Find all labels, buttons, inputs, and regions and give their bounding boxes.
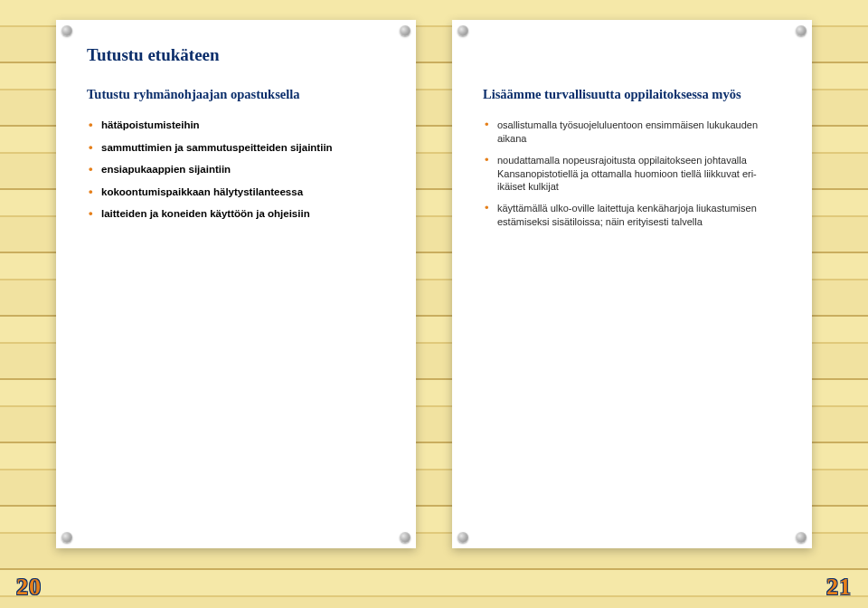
bullet-list: hätäpoistumisteihin sammuttimien ja samm… <box>87 119 385 222</box>
list-item: käyttämällä ulko-oville laitettuja kenkä… <box>485 202 781 229</box>
page-spread: Tutustu etukäteen Tutustu ryhmänohjaajan… <box>0 0 868 568</box>
page-number-right: 21 <box>826 574 852 601</box>
bullet-list: osallistumalla työsuojeluluentoon ensimm… <box>483 119 781 229</box>
list-item: osallistumalla työsuojeluluentoon ensimm… <box>485 119 781 146</box>
list-item: noudattamalla nopeusrajoitusta oppilaito… <box>485 154 781 195</box>
left-page: Tutustu etukäteen Tutustu ryhmänohjaajan… <box>56 20 416 548</box>
screw-icon <box>400 532 410 543</box>
screw-icon <box>400 25 410 36</box>
screw-icon <box>796 532 807 543</box>
page-title: Tutustu etukäteen <box>87 45 385 65</box>
screw-icon <box>458 532 468 543</box>
page-number-left: 20 <box>16 574 42 601</box>
right-page: Lisäämme turvallisuutta oppilaitoksessa … <box>452 20 812 548</box>
list-item: ensiapukaappien sijaintiin <box>89 163 385 177</box>
page-subtitle: Lisäämme turvallisuutta oppilaitoksessa … <box>483 87 781 102</box>
list-item: hätäpoistumisteihin <box>89 119 385 133</box>
list-item: kokoontumispaikkaan hälytystilanteessa <box>89 185 385 200</box>
list-item: laitteiden ja koneiden käyttöön ja ohjei… <box>89 207 385 222</box>
list-item: sammuttimien ja sammutuspeitteiden sijai… <box>89 141 385 156</box>
screw-icon <box>796 25 807 36</box>
screw-icon <box>61 532 72 543</box>
page-subtitle: Tutustu ryhmänohjaajan opastuksella <box>87 87 385 102</box>
screw-icon <box>61 25 72 36</box>
screw-icon <box>458 25 468 36</box>
